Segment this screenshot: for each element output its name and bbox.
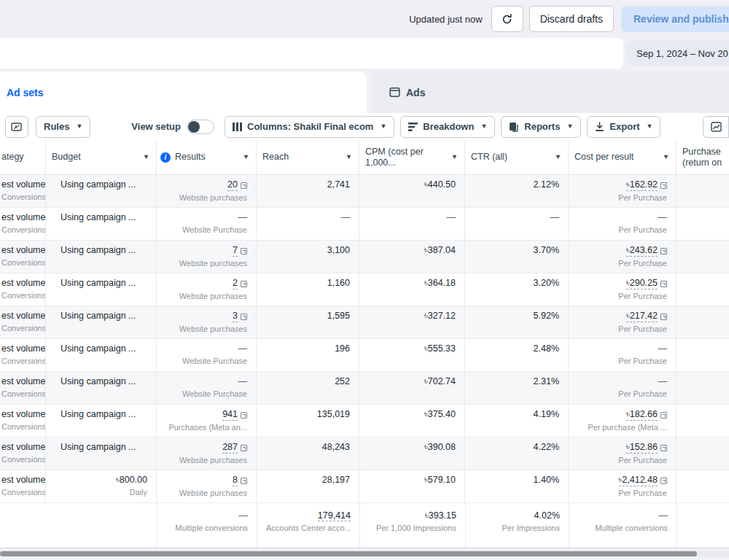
- reach-cell: 196: [257, 339, 359, 371]
- chevron-down-icon: ▼: [380, 123, 386, 130]
- cost-per-result-cell: ৳182.66 Per purchase (Meta ...: [569, 405, 677, 437]
- expand-icon[interactable]: [660, 314, 667, 320]
- purchase-roas-cell: [677, 241, 729, 273]
- rules-button[interactable]: Rules▼: [36, 116, 90, 138]
- expand-icon[interactable]: [660, 412, 667, 419]
- sort-caret-icon: ▼: [140, 154, 149, 160]
- cpm-cell: ৳440.50: [359, 175, 465, 207]
- table-row[interactable]: est volume Conversions Using campaign ..…: [0, 241, 729, 273]
- expand-icon[interactable]: [660, 445, 667, 451]
- chevron-down-icon: ▼: [647, 123, 653, 130]
- budget-cell: Using campaign ...: [46, 438, 157, 470]
- purchase-roas-cell: [677, 175, 729, 207]
- column-header-bid-strategy[interactable]: ategy: [0, 140, 46, 174]
- chevron-down-icon: ▼: [480, 123, 487, 130]
- charts-button[interactable]: [703, 116, 729, 138]
- expand-icon[interactable]: [241, 182, 247, 189]
- cost-per-result-cell: ৳243.62 Per Purchase: [569, 241, 677, 273]
- table-body: est volume Conversions Using campaign ..…: [0, 175, 729, 503]
- cost-per-result-cell: ৳290.25 Per Purchase: [569, 273, 677, 306]
- cost-per-result-cell: — Per Purchase: [569, 208, 677, 240]
- reach-cell: —: [257, 208, 359, 240]
- sort-caret-icon: ▼: [343, 154, 352, 160]
- bid-strategy-cell: est volume Conversions: [0, 306, 46, 338]
- table-row[interactable]: est volume Conversions Using campaign ..…: [0, 405, 729, 438]
- expand-icon[interactable]: [241, 248, 247, 254]
- bid-strategy-cell: est volume Conversions: [0, 273, 46, 306]
- table-row[interactable]: est volume Conversions Using campaign ..…: [0, 372, 729, 405]
- expand-icon[interactable]: [241, 314, 247, 320]
- cpm-cell: ৳327.12: [359, 306, 465, 338]
- expand-icon[interactable]: [241, 281, 247, 287]
- expand-icon[interactable]: [241, 478, 247, 484]
- table-row[interactable]: est volume Conversions Using campaign ..…: [0, 175, 729, 208]
- scrollbar-thumb[interactable]: [0, 551, 697, 556]
- column-header-purchase-roas[interactable]: Purchase(return on: [677, 140, 729, 174]
- results-cell: 20 Website purchases: [157, 175, 257, 207]
- review-and-publish-button[interactable]: Review and publish (: [621, 6, 729, 32]
- date-range-button[interactable]: Sep 1, 2024 – Nov 20: [627, 41, 729, 66]
- ads-window-icon: [389, 87, 400, 98]
- tab-ads[interactable]: Ads: [373, 71, 729, 113]
- results-cell: 2 Website purchases: [157, 273, 257, 306]
- table-row[interactable]: est volume Conversions ৳800.00 Daily 8 W…: [0, 470, 729, 503]
- budget-cell: Using campaign ...: [46, 208, 157, 240]
- ctr-cell: 2.48%: [465, 339, 569, 371]
- column-header-cost-per-result[interactable]: Cost per result ▼: [569, 140, 677, 174]
- breakdown-icon: [408, 122, 418, 131]
- column-header-cpm[interactable]: CPM (cost per1,000... ▼: [359, 140, 465, 174]
- table-row[interactable]: est volume Conversions Using campaign ..…: [0, 306, 729, 339]
- cost-per-result-cell: — Per Purchase: [569, 339, 677, 371]
- column-header-results[interactable]: i Results ▼: [157, 140, 257, 174]
- budget-cell: Using campaign ...: [46, 339, 157, 371]
- ctr-cell: 3.70%: [465, 241, 569, 273]
- reach-cell: 1,595: [257, 306, 359, 338]
- table-row[interactable]: est volume Conversions Using campaign ..…: [0, 273, 729, 306]
- breakdown-button[interactable]: Breakdown▼: [400, 116, 495, 138]
- bid-strategy-cell: est volume Conversions: [0, 372, 46, 404]
- results-cell: 8 Website purchases: [157, 470, 257, 502]
- expand-icon[interactable]: [660, 248, 667, 254]
- horizontal-scrollbar[interactable]: [0, 551, 729, 557]
- expand-icon[interactable]: [241, 445, 247, 451]
- reach-cell: 3,100: [257, 241, 359, 273]
- ad-sets-table: ategy Budget ▼ i Results ▼ Reach ▼ CPM (…: [0, 140, 729, 548]
- rules-label: Rules: [44, 121, 69, 132]
- results-cell: 941 Purchases (Meta an...: [157, 405, 257, 437]
- expand-icon[interactable]: [660, 182, 667, 189]
- column-header-ctr[interactable]: CTR (all) ▼: [465, 140, 569, 174]
- columns-button[interactable]: Columns: Shakil Final ecom▼: [225, 116, 394, 138]
- expand-icon[interactable]: [660, 281, 667, 287]
- column-header-budget[interactable]: Budget ▼: [46, 140, 157, 174]
- chevron-down-icon: ▼: [76, 123, 82, 130]
- column-header-reach[interactable]: Reach ▼: [257, 140, 359, 174]
- reports-button[interactable]: Reports▼: [501, 116, 581, 138]
- expand-icon[interactable]: [660, 478, 667, 484]
- tab-ad-sets[interactable]: Ad sets: [0, 71, 367, 113]
- results-cell: — Website Purchase: [157, 339, 257, 371]
- results-cell: — Website Purchase: [157, 208, 257, 240]
- cpm-cell: ৳387.04: [359, 241, 465, 273]
- export-download-icon: [595, 122, 604, 132]
- refresh-button[interactable]: [491, 6, 523, 32]
- breakdown-label: Breakdown: [423, 121, 474, 132]
- bid-strategy-cell: est volume Conversions: [0, 175, 46, 207]
- cost-per-result-cell: ৳162.92 Per Purchase: [569, 175, 677, 207]
- discard-drafts-button[interactable]: Discard drafts: [529, 6, 614, 32]
- edit-button[interactable]: [5, 116, 28, 138]
- tab-ads-label: Ads: [406, 87, 425, 98]
- ctr-cell: 4.22%: [465, 438, 569, 470]
- expand-icon[interactable]: [241, 412, 247, 419]
- table-row[interactable]: est volume Conversions Using campaign ..…: [0, 438, 729, 470]
- reach-cell: 28,197: [257, 470, 359, 502]
- budget-cell: Using campaign ...: [46, 306, 157, 338]
- export-button[interactable]: Export▼: [587, 116, 660, 138]
- results-cell: 3 Website purchases: [157, 306, 257, 338]
- table-row[interactable]: est volume Conversions Using campaign ..…: [0, 208, 729, 241]
- search-filter-bar[interactable]: [0, 38, 623, 69]
- bid-strategy-cell: est volume Conversions: [0, 470, 46, 502]
- top-action-bar: Updated just now Discard drafts Review a…: [0, 0, 729, 38]
- purchase-roas-cell: [677, 208, 729, 240]
- table-row[interactable]: est volume Conversions Using campaign ..…: [0, 339, 729, 372]
- view-setup-toggle[interactable]: [187, 120, 214, 134]
